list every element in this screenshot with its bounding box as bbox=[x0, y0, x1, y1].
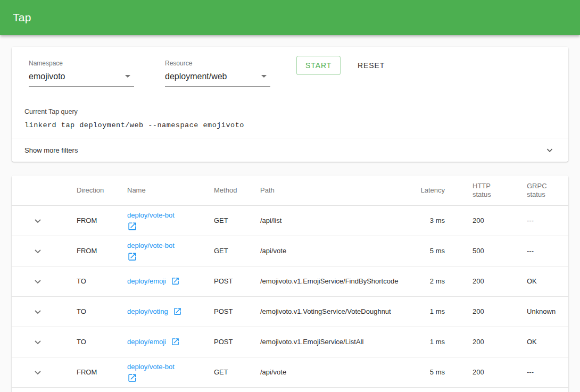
tap-results-table: Direction Name Method Path Latency HTTP … bbox=[12, 176, 568, 392]
column-name: Name bbox=[115, 176, 202, 205]
resource-link[interactable]: deploy/voting bbox=[127, 307, 168, 315]
latency-cell: 3 ms bbox=[394, 205, 447, 236]
http-status-cell: 200 bbox=[447, 266, 513, 296]
direction-cell: FROM bbox=[65, 205, 115, 236]
method-cell: POST bbox=[202, 327, 248, 357]
name-cell: deploy/vote-bot bbox=[115, 357, 202, 387]
http-status-cell: 200 bbox=[447, 357, 513, 387]
grpc-status-cell: Unknown bbox=[513, 296, 568, 327]
table-row: FROM deploy/vote-bot GET /api/vote 5 ms … bbox=[12, 236, 568, 266]
path-cell: /api/vote bbox=[248, 357, 394, 387]
app-bar: Tap bbox=[0, 0, 580, 35]
resource-value: deployment/web bbox=[165, 71, 227, 81]
name-cell: deploy/emoji bbox=[115, 327, 202, 357]
expand-row-button[interactable] bbox=[31, 214, 44, 227]
latency-cell: 2 ms bbox=[394, 266, 447, 296]
chevron-down-icon bbox=[31, 305, 44, 318]
expand-row-button[interactable] bbox=[31, 336, 44, 348]
expand-row-button[interactable] bbox=[31, 305, 44, 318]
query-label: Current Tap query bbox=[24, 108, 556, 115]
filter-row: Namespace emojivoto Resource deployment/… bbox=[12, 47, 568, 87]
direction-cell: FROM bbox=[65, 357, 115, 387]
query-code: linkerd tap deployment/web --namespace e… bbox=[24, 121, 556, 129]
tap-filter-card: Namespace emojivoto Resource deployment/… bbox=[12, 47, 568, 162]
http-status-cell: 200 bbox=[447, 205, 513, 236]
method-cell: GET bbox=[202, 357, 248, 387]
direction-cell: TO bbox=[65, 266, 115, 296]
show-more-filters-toggle[interactable]: Show more filters bbox=[12, 138, 568, 162]
path-cell: /emojivoto.v1.EmojiService/FindByShortco… bbox=[248, 266, 394, 296]
resource-link[interactable]: deploy/emoji bbox=[127, 338, 166, 346]
table-row: TO deploy/emoji POST /emojivoto.v1.Emoji… bbox=[12, 327, 568, 357]
method-cell: GET bbox=[202, 205, 248, 236]
resource-link[interactable]: deploy/emoji bbox=[127, 277, 166, 285]
http-status-cell: 200 bbox=[447, 296, 513, 327]
grpc-status-cell: --- bbox=[513, 357, 568, 387]
path-cell: /api/vote bbox=[248, 236, 394, 266]
resource-link[interactable]: deploy/vote-bot bbox=[127, 241, 175, 249]
external-link-icon[interactable] bbox=[127, 221, 137, 231]
chevron-down-icon[interactable] bbox=[544, 144, 556, 156]
column-expand bbox=[12, 176, 65, 205]
http-status-cell: 500 bbox=[447, 236, 513, 266]
table-row: TO deploy/emoji POST /emojivoto.v1.Emoji… bbox=[12, 266, 568, 296]
namespace-value: emojivoto bbox=[29, 71, 65, 81]
direction-cell: FROM bbox=[65, 236, 115, 266]
grpc-status-cell: --- bbox=[513, 236, 568, 266]
latency-cell: 5 ms bbox=[394, 236, 447, 266]
resource-label: Resource bbox=[165, 60, 270, 67]
path-cell: /api/list bbox=[248, 205, 394, 236]
dropdown-caret-icon bbox=[125, 75, 130, 78]
name-cell: deploy/voting bbox=[115, 296, 202, 327]
resource-link[interactable]: deploy/vote-bot bbox=[127, 211, 175, 219]
name-cell: deploy/vote-bot bbox=[115, 236, 202, 266]
external-link-icon[interactable] bbox=[171, 337, 180, 346]
namespace-label: Namespace bbox=[29, 60, 134, 67]
column-http-status: HTTP status bbox=[447, 176, 513, 205]
filter-actions: START RESET bbox=[296, 56, 389, 75]
path-cell: /emojivoto.v1.VotingService/VoteDoughnut bbox=[248, 296, 394, 327]
namespace-select[interactable]: Namespace emojivoto bbox=[29, 60, 134, 87]
external-link-icon[interactable] bbox=[173, 307, 182, 316]
show-more-filters-label: Show more filters bbox=[24, 146, 78, 154]
chevron-down-icon bbox=[31, 214, 44, 227]
path-cell: /emojivoto.v1.EmojiService/ListAll bbox=[248, 327, 394, 357]
name-cell: deploy/vote-bot bbox=[115, 205, 202, 236]
name-cell: deploy/emoji bbox=[115, 266, 202, 296]
latency-cell: 5 ms bbox=[394, 357, 447, 387]
http-status-cell: 200 bbox=[447, 327, 513, 357]
table-row: FROM deploy/vote-bot GET /api/vote 5 ms … bbox=[12, 357, 568, 387]
chevron-down-icon bbox=[31, 366, 44, 379]
latency-cell: 1 ms bbox=[394, 327, 447, 357]
expand-row-button[interactable] bbox=[31, 366, 44, 379]
latency-cell: 1 ms bbox=[394, 296, 447, 327]
method-cell: POST bbox=[202, 296, 248, 327]
reset-button[interactable]: RESET bbox=[353, 56, 389, 74]
resource-select[interactable]: Resource deployment/web bbox=[165, 60, 270, 87]
expand-row-button[interactable] bbox=[31, 275, 44, 288]
grpc-status-cell: OK bbox=[513, 266, 568, 296]
table-row-partial bbox=[12, 387, 568, 392]
dropdown-caret-icon bbox=[261, 75, 267, 78]
chevron-down-icon bbox=[31, 336, 44, 348]
direction-cell: TO bbox=[65, 296, 115, 327]
chevron-down-icon bbox=[31, 245, 44, 257]
page-title: Tap bbox=[13, 11, 31, 24]
tap-results-card: Direction Name Method Path Latency HTTP … bbox=[12, 176, 568, 392]
method-cell: GET bbox=[202, 236, 248, 266]
column-path: Path bbox=[248, 176, 394, 205]
external-link-icon[interactable] bbox=[127, 252, 137, 262]
chevron-down-icon bbox=[31, 275, 44, 288]
table-row: FROM deploy/vote-bot GET /api/list 3 ms … bbox=[12, 205, 568, 236]
column-grpc-status: GRPC status bbox=[513, 176, 568, 205]
external-link-icon[interactable] bbox=[127, 373, 137, 383]
direction-cell: TO bbox=[65, 327, 115, 357]
grpc-status-cell: OK bbox=[513, 327, 568, 357]
method-cell: POST bbox=[202, 266, 248, 296]
column-latency: Latency bbox=[394, 176, 447, 205]
column-method: Method bbox=[202, 176, 248, 205]
external-link-icon[interactable] bbox=[171, 277, 180, 286]
start-button[interactable]: START bbox=[296, 56, 341, 75]
resource-link[interactable]: deploy/vote-bot bbox=[127, 363, 175, 371]
expand-row-button[interactable] bbox=[31, 245, 44, 257]
